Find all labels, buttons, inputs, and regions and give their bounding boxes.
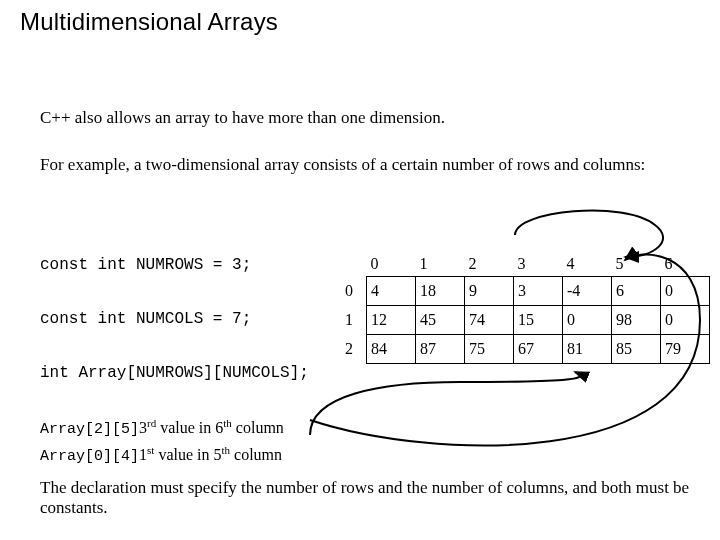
page-title: Multidimensional Arrays — [20, 8, 278, 36]
array-table: 0 1 2 3 4 5 6 0 4 18 9 3 -4 6 0 1 12 45 … — [332, 252, 710, 364]
table-cell: 9 — [465, 277, 514, 306]
code-line: int Array[NUMROWS][NUMCOLS]; — [40, 364, 309, 382]
code-line: const int NUMCOLS = 7; — [40, 310, 309, 328]
col-header: 2 — [465, 252, 514, 277]
table-row: 2 84 87 75 67 81 85 79 — [332, 335, 710, 364]
row-header: 0 — [332, 277, 367, 306]
table-cell: -4 — [563, 277, 612, 306]
table-cell: 3 — [514, 277, 563, 306]
table-cell: 18 — [416, 277, 465, 306]
array-reference-lines: Array[2][5]3rd value in 63rd value in 6t… — [40, 413, 284, 468]
table-cell: 79 — [661, 335, 710, 364]
code-line: const int NUMROWS = 3; — [40, 256, 309, 274]
table-cell: 98 — [612, 306, 661, 335]
table-cell: 45 — [416, 306, 465, 335]
paragraph-3: The declaration must specify the number … — [40, 478, 690, 518]
table-header-row: 0 1 2 3 4 5 6 — [332, 252, 710, 277]
array-ref-line-1: Array[2][5]3rd value in 63rd value in 6t… — [40, 413, 284, 440]
col-header: 5 — [612, 252, 661, 277]
table-cell: 75 — [465, 335, 514, 364]
table-cell: 81 — [563, 335, 612, 364]
paragraph-1: C++ also allows an array to have more th… — [40, 108, 690, 128]
table-cell: 0 — [661, 277, 710, 306]
table-cell: 0 — [661, 306, 710, 335]
table-cell: 74 — [465, 306, 514, 335]
table-row: 0 4 18 9 3 -4 6 0 — [332, 277, 710, 306]
table-cell: 87 — [416, 335, 465, 364]
array-ref-code: Array[2][5] — [40, 421, 139, 438]
col-header: 1 — [416, 252, 465, 277]
code-block: const int NUMROWS = 3; const int NUMCOLS… — [40, 220, 309, 400]
paragraph-2: For example, a two-dimensional array con… — [40, 155, 690, 175]
table-cell: 84 — [367, 335, 416, 364]
table-cell: 4 — [367, 277, 416, 306]
table-cell: 6 — [612, 277, 661, 306]
array-ref-code: Array[0][4] — [40, 449, 139, 466]
table-cell: 12 — [367, 306, 416, 335]
col-header: 6 — [661, 252, 710, 277]
table-cell: 0 — [563, 306, 612, 335]
table-row: 1 12 45 74 15 0 98 0 — [332, 306, 710, 335]
col-header: 3 — [514, 252, 563, 277]
col-header: 4 — [563, 252, 612, 277]
table-cell: 85 — [612, 335, 661, 364]
col-header: 0 — [367, 252, 416, 277]
table-cell: 15 — [514, 306, 563, 335]
array-ref-line-2: Array[0][4]1st value in 5th column — [40, 440, 284, 467]
row-header: 2 — [332, 335, 367, 364]
row-header: 1 — [332, 306, 367, 335]
table-cell: 67 — [514, 335, 563, 364]
